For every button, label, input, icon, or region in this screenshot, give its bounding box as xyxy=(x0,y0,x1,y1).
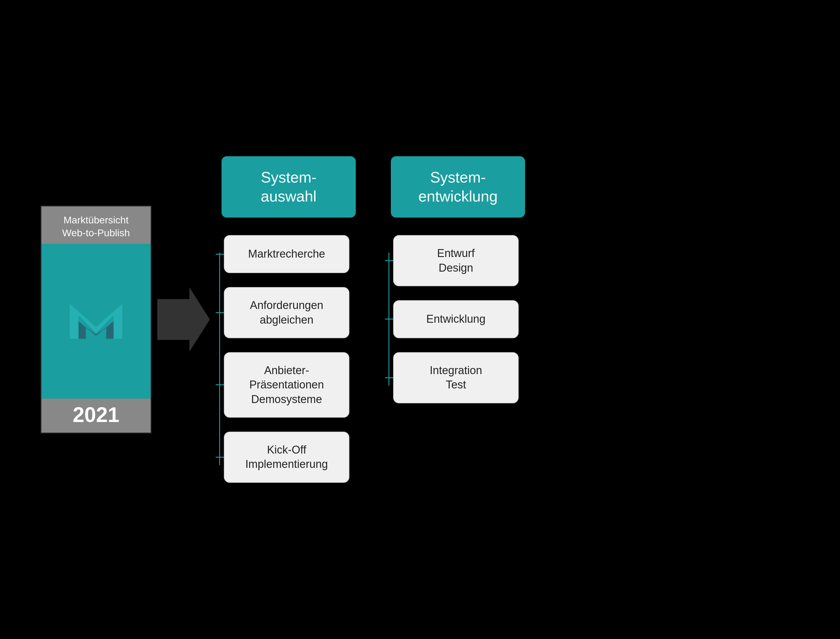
connector-line xyxy=(216,254,224,255)
arrow-container xyxy=(152,206,216,433)
column-systemauswahl-header: System-auswahl xyxy=(222,156,356,218)
column-systementwicklung-header: System-entwicklung xyxy=(391,156,525,218)
main-container: Marktübersicht Web-to-Publish 2021 xyxy=(41,42,799,597)
systemauswahl-items: Marktrecherche Anforderungenabgleichen A… xyxy=(216,235,361,483)
connector-line xyxy=(216,312,224,313)
item-text: IntegrationTest xyxy=(430,363,482,392)
item-text: EntwurfDesign xyxy=(437,246,475,275)
item-box-marktrecherche: Marktrecherche xyxy=(224,235,349,273)
book-card: Marktübersicht Web-to-Publish 2021 xyxy=(41,206,152,433)
column-systemauswahl: System-auswahl Marktrecherche Anforderun… xyxy=(216,156,361,483)
book-middle xyxy=(41,244,151,399)
list-item: Anforderungenabgleichen xyxy=(216,287,361,338)
m-logo-icon xyxy=(67,292,125,350)
list-item: Kick-OffImplementierung xyxy=(216,432,361,483)
list-item: EntwurfDesign xyxy=(385,235,531,286)
item-text: Anbieter-PräsentationenDemosysteme xyxy=(249,363,324,407)
svg-marker-0 xyxy=(157,288,210,351)
list-item: Entwicklung xyxy=(385,300,531,338)
item-box-kickoff: Kick-OffImplementierung xyxy=(224,432,349,483)
list-item: Anbieter-PräsentationenDemosysteme xyxy=(216,352,361,418)
book-bottom: 2021 xyxy=(41,399,151,432)
item-box-integration-test: IntegrationTest xyxy=(393,352,519,403)
item-box-entwicklung: Entwicklung xyxy=(393,300,519,338)
item-text: Entwicklung xyxy=(426,312,486,326)
column-systementwicklung-title: System-entwicklung xyxy=(399,168,516,206)
column-systementwicklung: System-entwicklung EntwurfDesign Entwick… xyxy=(385,156,531,403)
book-top: Marktübersicht Web-to-Publish xyxy=(41,207,151,244)
item-text: Anforderungenabgleichen xyxy=(250,298,323,327)
book-title: Marktübersicht Web-to-Publish xyxy=(47,213,145,239)
systementwicklung-items: EntwurfDesign Entwicklung IntegrationTes… xyxy=(385,235,531,403)
right-arrow-icon xyxy=(157,288,210,351)
connector-line xyxy=(385,319,393,320)
book-year: 2021 xyxy=(47,403,145,427)
connector-line xyxy=(385,260,393,261)
list-item: IntegrationTest xyxy=(385,352,531,403)
columns-area: System-auswahl Marktrecherche Anforderun… xyxy=(216,156,799,483)
connector-line xyxy=(216,384,224,385)
column-systemauswahl-title: System-auswahl xyxy=(230,168,347,206)
connector-line xyxy=(216,457,224,458)
item-box-entwurf: EntwurfDesign xyxy=(393,235,519,286)
item-box-praesentationen: Anbieter-PräsentationenDemosysteme xyxy=(224,352,349,418)
item-box-anforderungen: Anforderungenabgleichen xyxy=(224,287,349,338)
list-item: Marktrecherche xyxy=(216,235,361,273)
connector-line xyxy=(385,377,393,378)
item-text: Kick-OffImplementierung xyxy=(245,443,328,472)
item-text: Marktrecherche xyxy=(248,247,325,261)
